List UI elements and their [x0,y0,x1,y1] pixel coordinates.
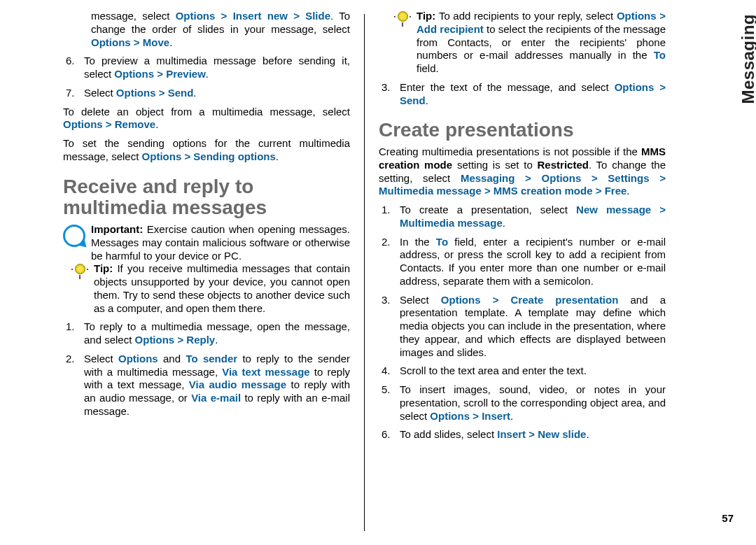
page-body: message, select Options > Insert new > S… [0,0,756,545]
ui-path-item: Remove [115,118,155,130]
step-number: 2. [382,236,391,249]
ui-path-item: Options [116,87,156,99]
bold-term: Restricted [538,159,589,171]
path-sep: > [481,294,511,306]
step-number: 3. [382,294,391,307]
ui-path-item: Preview [166,68,206,80]
list-item: 4. Scroll to the text area and enter the… [397,364,666,378]
path-sep: > [154,68,166,80]
list-item: 6. To add slides, select Insert > New sl… [397,428,666,441]
ui-path-item: New message [576,204,651,215]
ui-path-item: Options [617,10,657,22]
ui-path-item: Options [142,150,182,162]
list-item: 6. To preview a multimedia message befor… [81,55,350,81]
path-sep: > [482,185,493,197]
body-text: . [503,217,505,229]
tip-note: Tip: To add recipients to your reply, se… [393,10,666,76]
ui-path-item: Reply [186,334,215,346]
continued-steps: message, select Options > Insert new > S… [70,10,350,100]
ui-path-item: Insert new [233,10,288,22]
ui-path-item: MMS creation mode [493,185,593,197]
body-text: To add slides, select [400,428,497,440]
body-text: Enter the text of the message, and selec… [400,81,615,93]
step-number: 6. [66,55,75,68]
ui-path-item: Free [605,185,627,197]
ui-path-item: Via e-mail [191,392,241,404]
list-item: 2. In the To field, enter a recipient's … [397,236,666,288]
ui-path-item: To sender [186,353,237,364]
ui-path-item: Move [143,36,169,48]
body-text: Creating multimedia presentations is not… [379,146,641,157]
ui-path-item: New slide [538,428,586,440]
ui-path-item: Insert [482,410,510,422]
ui-path-item: Options [118,353,158,364]
path-sep: > [581,172,608,184]
ui-path-item: To [654,49,666,61]
ui-path-item: Insert [497,428,526,440]
ui-path-item: To [436,236,448,248]
ui-path-item: Add recipient [416,23,484,35]
right-column: Tip: To add recipients to your reply, se… [365,10,666,535]
body-text: To create a presentation, select [400,204,576,215]
list-item: 3. Enter the text of the message, and se… [397,81,666,108]
body-text: If you receive multimedia messages that … [94,262,350,313]
path-sep: > [654,81,666,93]
body-text: . [276,150,279,162]
body-text: Select [84,87,116,99]
body-text: In the [400,236,436,248]
list-item: 2. Select Options and To sender to reply… [81,353,350,418]
section-heading: Create presentations [379,120,666,141]
page-number: 57 [722,512,734,525]
ui-path-item: Via audio message [189,378,286,390]
paragraph: Creating multimedia presentations is not… [379,146,666,198]
ui-path-item: Sending options [193,150,276,162]
reply-steps-cont: 3. Enter the text of the message, and se… [386,81,666,108]
path-sep: > [288,10,305,22]
list-item: 5. To insert images, sound, video, or no… [397,383,666,423]
left-column: message, select Options > Insert new > S… [63,10,364,535]
important-icon [63,223,87,247]
paragraph: To delete an object from a multimedia me… [63,106,350,132]
paragraph: To set the sending options for the curre… [63,137,350,164]
path-sep: > [650,172,666,184]
ui-path-item: Via text message [222,366,309,378]
section-heading: Receive and reply to multimedia messages [63,176,350,220]
list-item: 3. Select Options > Create presentation … [397,294,666,360]
list-item: message, select Options > Insert new > S… [88,10,350,49]
step-number: 6. [382,428,391,441]
body-text: . [626,185,629,197]
path-sep: > [181,150,193,162]
ui-path-item: Options [430,410,470,422]
list-item: 7. Select Options > Send. [81,87,350,100]
step-number: 4. [382,364,391,378]
body-text: . [206,68,209,80]
body-text: . [193,87,196,99]
ui-path-item: Create presentation [511,294,619,306]
path-sep: > [514,172,541,184]
note-label: Important: [91,223,147,235]
ui-path-item: Multimedia message [379,185,482,197]
step-number: 5. [382,383,391,397]
note-label: Tip: [416,10,439,22]
body-text: . [586,428,589,440]
step-number: 1. [66,320,75,334]
presentation-steps: 1. To create a presentation, select New … [386,204,666,441]
body-text: . [510,410,513,422]
body-text: . [215,334,218,346]
list-item: 1. To reply to a multimedia message, ope… [81,320,350,347]
important-note: Important: Exercise caution when opening… [63,223,350,262]
path-sep: > [215,10,232,22]
ui-path-item: Send [168,87,194,99]
body-text: field. [416,62,439,74]
step-number: 1. [382,204,391,217]
path-sep: > [131,36,143,48]
path-sep: > [651,204,666,215]
reply-steps: 1. To reply to a multimedia message, ope… [70,320,350,418]
body-text: and [158,353,186,364]
note-label: Tip: [94,262,117,274]
body-text: . [155,118,158,130]
ui-path-item: Send [400,94,426,106]
tip-note: Tip: If you receive multimedia messages … [70,262,350,315]
body-text: Scroll to the text area and enter the te… [400,364,587,376]
path-sep: > [174,334,186,346]
